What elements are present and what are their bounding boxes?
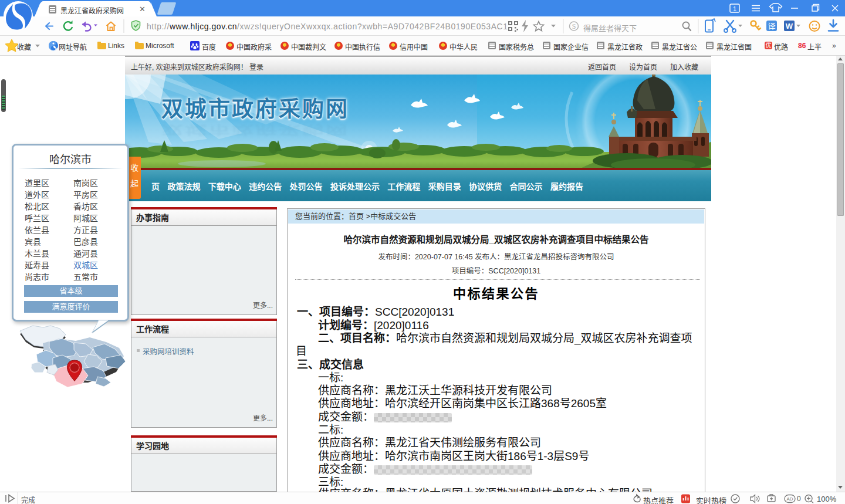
svg-text:译: 译 (768, 22, 775, 31)
svg-text:W: W (786, 22, 793, 31)
svg-text:S: S (572, 22, 576, 31)
svg-text:1: 1 (733, 5, 736, 12)
svg-text:AD: AD (786, 496, 793, 502)
